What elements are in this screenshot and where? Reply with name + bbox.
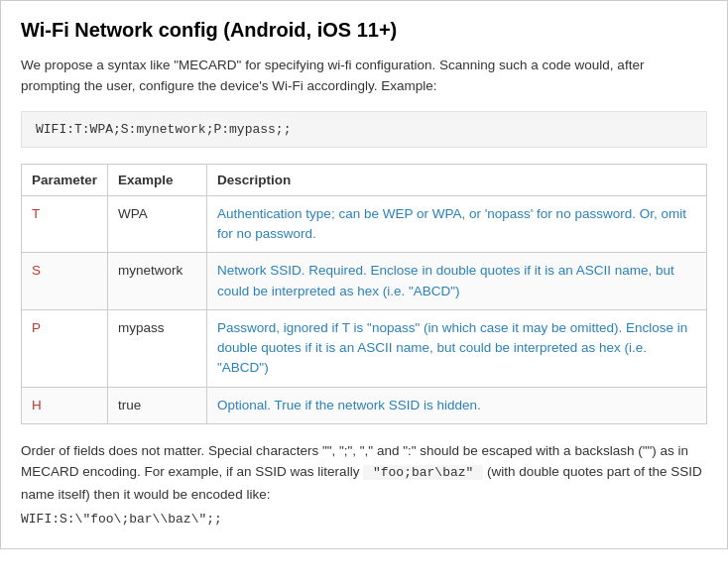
col-header-param: Parameter xyxy=(22,164,108,195)
footer-code-line: WIFI:S:\"foo\;bar\\baz\";; xyxy=(21,510,707,530)
table-row: H true Optional. True if the network SSI… xyxy=(22,387,707,423)
parameter-table: Parameter Example Description T WPA Auth… xyxy=(21,164,707,424)
col-header-desc: Description xyxy=(207,164,707,195)
table-row: S mynetwork Network SSID. Required. Encl… xyxy=(22,253,707,310)
example-h: true xyxy=(108,387,207,423)
footer-inline-code: "foo;bar\baz" xyxy=(363,465,483,480)
param-h: H xyxy=(22,387,108,423)
example-p: mypass xyxy=(108,309,207,387)
main-container: Wi-Fi Network config (Android, iOS 11+) … xyxy=(0,0,728,549)
param-s: S xyxy=(22,253,108,310)
intro-text: We propose a syntax like "MECARD" for sp… xyxy=(21,56,707,97)
wifi-code-example: WIFI:T:WPA;S:mynetwork;P:mypass;; xyxy=(21,111,707,148)
desc-t: Authentication type; can be WEP or WPA, … xyxy=(207,195,707,253)
col-header-example: Example xyxy=(108,164,207,195)
example-s: mynetwork xyxy=(108,253,207,310)
desc-p: Password, ignored if T is "nopass" (in w… xyxy=(207,309,707,387)
table-row: T WPA Authentication type; can be WEP or… xyxy=(22,195,707,253)
param-p: P xyxy=(22,309,108,387)
example-t: WPA xyxy=(108,195,207,253)
desc-h: Optional. True if the network SSID is hi… xyxy=(207,387,707,423)
table-row: P mypass Password, ignored if T is "nopa… xyxy=(22,309,707,387)
page-title: Wi-Fi Network config (Android, iOS 11+) xyxy=(21,19,707,42)
footer-text: Order of fields does not matter. Special… xyxy=(21,440,707,530)
param-t: T xyxy=(22,195,108,253)
desc-s: Network SSID. Required. Enclose in doubl… xyxy=(207,253,707,310)
